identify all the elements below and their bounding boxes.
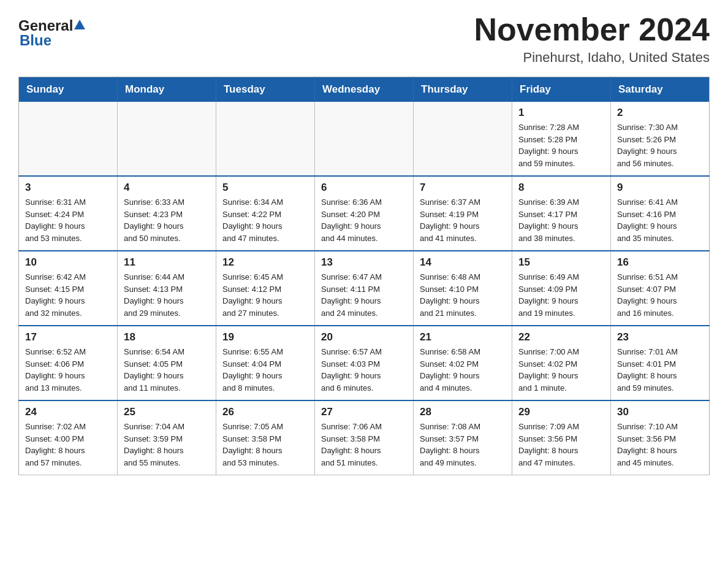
calendar-header-row: SundayMondayTuesdayWednesdayThursdayFrid… (19, 77, 710, 102)
day-cell: 20Sunrise: 6:57 AM Sunset: 4:03 PM Dayli… (315, 326, 414, 400)
day-info: Sunrise: 6:52 AM Sunset: 4:06 PM Dayligh… (25, 346, 111, 394)
day-number: 25 (124, 406, 210, 418)
day-cell: 15Sunrise: 6:49 AM Sunset: 4:09 PM Dayli… (512, 251, 611, 326)
day-info: Sunrise: 7:00 AM Sunset: 4:02 PM Dayligh… (518, 346, 604, 394)
day-number: 8 (518, 182, 604, 194)
day-cell: 6Sunrise: 6:36 AM Sunset: 4:20 PM Daylig… (315, 176, 414, 251)
day-info: Sunrise: 7:05 AM Sunset: 3:58 PM Dayligh… (222, 421, 308, 469)
day-info: Sunrise: 7:04 AM Sunset: 3:59 PM Dayligh… (124, 421, 210, 469)
day-number: 30 (617, 406, 703, 418)
day-info: Sunrise: 6:45 AM Sunset: 4:12 PM Dayligh… (222, 271, 308, 319)
day-info: Sunrise: 7:28 AM Sunset: 5:28 PM Dayligh… (518, 121, 604, 169)
week-row-2: 3Sunrise: 6:31 AM Sunset: 4:24 PM Daylig… (19, 176, 710, 251)
day-info: Sunrise: 7:08 AM Sunset: 3:57 PM Dayligh… (420, 421, 506, 469)
logo-blue-text: Blue (20, 33, 85, 48)
day-cell: 28Sunrise: 7:08 AM Sunset: 3:57 PM Dayli… (414, 400, 512, 475)
day-info: Sunrise: 7:06 AM Sunset: 3:58 PM Dayligh… (321, 421, 407, 469)
page-subtitle: Pinehurst, Idaho, United States (474, 50, 710, 66)
day-number: 7 (420, 182, 506, 194)
day-number: 29 (518, 406, 604, 418)
day-cell: 26Sunrise: 7:05 AM Sunset: 3:58 PM Dayli… (216, 400, 315, 475)
header-friday: Friday (512, 77, 611, 102)
logo-arrow-icon (74, 20, 85, 32)
header-monday: Monday (118, 77, 216, 102)
day-cell: 4Sunrise: 6:33 AM Sunset: 4:23 PM Daylig… (118, 176, 216, 251)
day-info: Sunrise: 7:01 AM Sunset: 4:01 PM Dayligh… (617, 346, 703, 394)
day-number: 23 (617, 331, 703, 343)
day-info: Sunrise: 6:44 AM Sunset: 4:13 PM Dayligh… (124, 271, 210, 319)
day-cell: 22Sunrise: 7:00 AM Sunset: 4:02 PM Dayli… (512, 326, 611, 400)
day-number: 20 (321, 331, 407, 343)
day-cell: 7Sunrise: 6:37 AM Sunset: 4:19 PM Daylig… (414, 176, 512, 251)
day-cell: 8Sunrise: 6:39 AM Sunset: 4:17 PM Daylig… (512, 176, 611, 251)
day-info: Sunrise: 7:10 AM Sunset: 3:56 PM Dayligh… (617, 421, 703, 469)
day-info: Sunrise: 7:09 AM Sunset: 3:56 PM Dayligh… (518, 421, 604, 469)
day-cell: 30Sunrise: 7:10 AM Sunset: 3:56 PM Dayli… (611, 400, 710, 475)
day-number: 26 (222, 406, 308, 418)
day-number: 9 (617, 182, 703, 194)
day-info: Sunrise: 6:34 AM Sunset: 4:22 PM Dayligh… (222, 196, 308, 244)
day-cell: 3Sunrise: 6:31 AM Sunset: 4:24 PM Daylig… (19, 176, 118, 251)
logo: General Blue (18, 12, 85, 48)
day-cell (19, 102, 118, 176)
page-header: General Blue November 2024 Pinehurst, Id… (18, 12, 710, 66)
title-block: November 2024 Pinehurst, Idaho, United S… (474, 12, 710, 66)
day-info: Sunrise: 6:47 AM Sunset: 4:11 PM Dayligh… (321, 271, 407, 319)
day-info: Sunrise: 6:51 AM Sunset: 4:07 PM Dayligh… (617, 271, 703, 319)
day-info: Sunrise: 6:42 AM Sunset: 4:15 PM Dayligh… (25, 271, 111, 319)
day-cell (315, 102, 414, 176)
day-number: 27 (321, 406, 407, 418)
day-number: 16 (617, 256, 703, 269)
day-number: 6 (321, 182, 407, 194)
day-cell: 17Sunrise: 6:52 AM Sunset: 4:06 PM Dayli… (19, 326, 118, 400)
day-cell: 9Sunrise: 6:41 AM Sunset: 4:16 PM Daylig… (611, 176, 710, 251)
day-number: 14 (420, 256, 506, 269)
day-cell: 23Sunrise: 7:01 AM Sunset: 4:01 PM Dayli… (611, 326, 710, 400)
day-number: 17 (25, 331, 111, 343)
header-saturday: Saturday (611, 77, 710, 102)
day-cell: 13Sunrise: 6:47 AM Sunset: 4:11 PM Dayli… (315, 251, 414, 326)
day-number: 24 (25, 406, 111, 418)
day-cell: 12Sunrise: 6:45 AM Sunset: 4:12 PM Dayli… (216, 251, 315, 326)
week-row-3: 10Sunrise: 6:42 AM Sunset: 4:15 PM Dayli… (19, 251, 710, 326)
day-info: Sunrise: 6:33 AM Sunset: 4:23 PM Dayligh… (124, 196, 210, 244)
day-cell (414, 102, 512, 176)
day-info: Sunrise: 6:57 AM Sunset: 4:03 PM Dayligh… (321, 346, 407, 394)
day-info: Sunrise: 6:36 AM Sunset: 4:20 PM Dayligh… (321, 196, 407, 244)
day-info: Sunrise: 6:58 AM Sunset: 4:02 PM Dayligh… (420, 346, 506, 394)
day-info: Sunrise: 6:37 AM Sunset: 4:19 PM Dayligh… (420, 196, 506, 244)
day-number: 13 (321, 256, 407, 269)
day-cell: 10Sunrise: 6:42 AM Sunset: 4:15 PM Dayli… (19, 251, 118, 326)
day-cell: 29Sunrise: 7:09 AM Sunset: 3:56 PM Dayli… (512, 400, 611, 475)
day-cell: 19Sunrise: 6:55 AM Sunset: 4:04 PM Dayli… (216, 326, 315, 400)
day-info: Sunrise: 6:31 AM Sunset: 4:24 PM Dayligh… (25, 196, 111, 244)
day-cell: 25Sunrise: 7:04 AM Sunset: 3:59 PM Dayli… (118, 400, 216, 475)
day-cell: 27Sunrise: 7:06 AM Sunset: 3:58 PM Dayli… (315, 400, 414, 475)
day-number: 5 (222, 182, 308, 194)
week-row-5: 24Sunrise: 7:02 AM Sunset: 4:00 PM Dayli… (19, 400, 710, 475)
day-info: Sunrise: 6:39 AM Sunset: 4:17 PM Dayligh… (518, 196, 604, 244)
day-number: 19 (222, 331, 308, 343)
day-number: 22 (518, 331, 604, 343)
day-info: Sunrise: 6:49 AM Sunset: 4:09 PM Dayligh… (518, 271, 604, 319)
day-info: Sunrise: 6:54 AM Sunset: 4:05 PM Dayligh… (124, 346, 210, 394)
day-cell: 11Sunrise: 6:44 AM Sunset: 4:13 PM Dayli… (118, 251, 216, 326)
day-number: 28 (420, 406, 506, 418)
svg-marker-0 (74, 20, 85, 29)
day-cell: 16Sunrise: 6:51 AM Sunset: 4:07 PM Dayli… (611, 251, 710, 326)
header-thursday: Thursday (414, 77, 512, 102)
page-title: November 2024 (474, 12, 710, 47)
day-info: Sunrise: 6:41 AM Sunset: 4:16 PM Dayligh… (617, 196, 703, 244)
week-row-4: 17Sunrise: 6:52 AM Sunset: 4:06 PM Dayli… (19, 326, 710, 400)
day-cell: 1Sunrise: 7:28 AM Sunset: 5:28 PM Daylig… (512, 102, 611, 176)
header-wednesday: Wednesday (315, 77, 414, 102)
week-row-1: 1Sunrise: 7:28 AM Sunset: 5:28 PM Daylig… (19, 102, 710, 176)
day-number: 18 (124, 331, 210, 343)
day-number: 1 (518, 107, 604, 119)
header-sunday: Sunday (19, 77, 118, 102)
header-tuesday: Tuesday (216, 77, 315, 102)
day-cell: 5Sunrise: 6:34 AM Sunset: 4:22 PM Daylig… (216, 176, 315, 251)
day-number: 10 (25, 256, 111, 269)
day-info: Sunrise: 7:02 AM Sunset: 4:00 PM Dayligh… (25, 421, 111, 469)
day-cell (216, 102, 315, 176)
